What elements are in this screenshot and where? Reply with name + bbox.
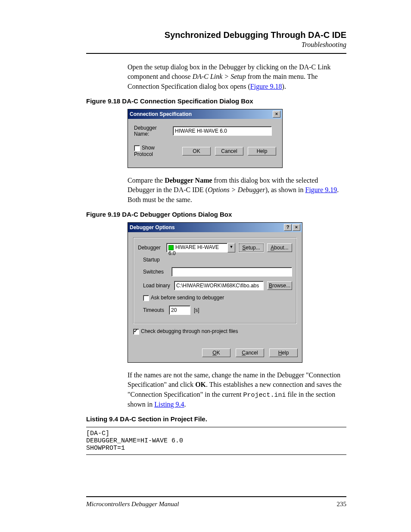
- link-figure-918[interactable]: Figure 9.18: [250, 83, 282, 90]
- listing-94-caption: Listing 9.4 DA-C Section in Project File…: [86, 415, 346, 423]
- setup-button[interactable]: Setup...: [239, 243, 264, 252]
- help-icon[interactable]: ?: [284, 224, 292, 231]
- link-listing-94[interactable]: Listing 9.4: [154, 401, 184, 408]
- debugger-name-input[interactable]: [173, 126, 272, 136]
- cancel-button[interactable]: Cancel: [215, 147, 243, 156]
- label-timeouts: Timeouts: [143, 307, 165, 313]
- chevron-down-icon[interactable]: ▼: [227, 243, 235, 252]
- debugger-groupbox: Debugger HIWARE HI-WAVE 6.0 ▼ Setup... A…: [133, 237, 297, 324]
- close-icon[interactable]: ×: [293, 224, 300, 231]
- load-binary-input[interactable]: [174, 281, 264, 290]
- footer-rule: [86, 496, 346, 497]
- cancel-button[interactable]: Cancel: [236, 348, 264, 357]
- listing-rule-top: [86, 427, 346, 427]
- browse-button[interactable]: Browse...: [267, 281, 292, 290]
- figure-919-caption: Figure 9.19 DA-C Debugger Options Dialog…: [86, 211, 346, 218]
- dialog-connection-specification: Connection Specification × Debugger Name…: [128, 109, 283, 168]
- ok-button[interactable]: OK: [202, 348, 230, 357]
- dialog-debugger-options: Debugger Options ? × Debugger HIWARE HI-…: [128, 222, 302, 363]
- switches-input[interactable]: [171, 267, 292, 277]
- label-timeouts-unit: [s]: [194, 307, 199, 313]
- page-number: 235: [337, 501, 347, 508]
- titlebar: Connection Specification ×: [128, 109, 282, 119]
- figure-918-caption: Figure 9.18 DA-C Connection Specificatio…: [86, 97, 346, 105]
- show-protocol-checkbox[interactable]: Show Protocol: [134, 145, 174, 157]
- debugger-combo[interactable]: HIWARE HI-WAVE 6.0 ▼: [166, 243, 235, 252]
- paragraph-3: If the names are not the same, change th…: [128, 370, 346, 409]
- green-dot-icon: [168, 245, 174, 250]
- titlebar: Debugger Options ? ×: [128, 223, 302, 232]
- link-figure-919[interactable]: Figure 9.19: [305, 186, 337, 193]
- label-load-binary: Load binary: [143, 283, 171, 289]
- header-rule: [86, 53, 346, 54]
- help-button[interactable]: Help: [248, 147, 276, 156]
- header-subtitle: Troubleshooting: [86, 41, 346, 49]
- label-switches: Switches: [143, 269, 168, 275]
- paragraph-1: Open the setup dialog box in the Debugge…: [128, 62, 346, 91]
- label-debugger: Debugger: [138, 245, 163, 251]
- header-title: Synchronized Debugging Through DA-C IDE: [86, 30, 346, 40]
- code-listing: [DA-C] DEBUGGER_NAME=HI-WAVE 6.0 SHOWPRO…: [86, 430, 346, 452]
- help-button[interactable]: Help: [269, 348, 298, 357]
- label-startup: Startup: [143, 257, 168, 263]
- timeouts-input[interactable]: [169, 305, 190, 315]
- close-icon[interactable]: ×: [273, 111, 280, 118]
- check-debugging-checkbox[interactable]: Check debugging through non-project file…: [133, 328, 238, 335]
- ask-before-checkbox[interactable]: Ask before sending to debugger: [143, 295, 224, 301]
- footer-title: Microcontrollers Debugger Manual: [86, 501, 179, 508]
- about-button[interactable]: About...: [267, 243, 292, 252]
- listing-rule-bottom: [86, 454, 346, 455]
- paragraph-2: Compare the Debugger Name from this dial…: [128, 176, 346, 205]
- label-debugger-name: Debugger Name:: [134, 125, 173, 137]
- ok-button[interactable]: OK: [182, 147, 211, 156]
